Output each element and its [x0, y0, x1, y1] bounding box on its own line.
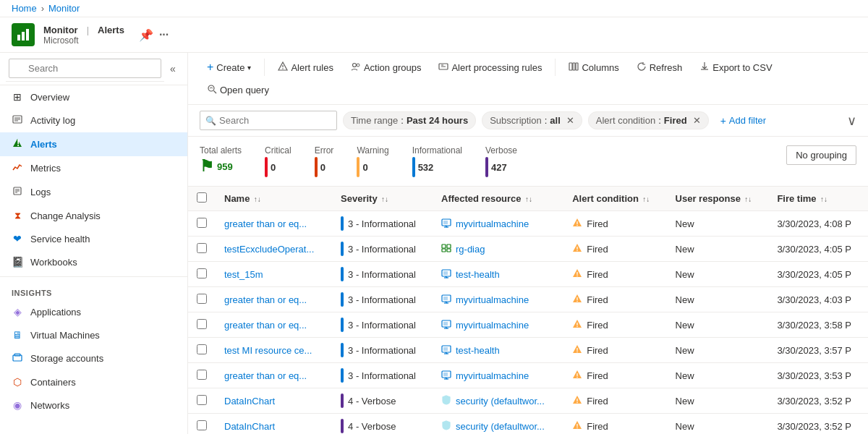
sidebar-item-overview[interactable]: ⊞ Overview	[0, 85, 187, 109]
user-response-sort-icon: ↑↓	[744, 195, 752, 203]
columns-button[interactable]: Columns	[561, 58, 626, 77]
alert-rules-button[interactable]: Alert rules	[271, 58, 341, 77]
alerts-icon: !	[12, 138, 23, 150]
sidebar-item-storage-accounts[interactable]: Storage accounts	[0, 346, 187, 370]
select-all-checkbox[interactable]	[197, 192, 207, 203]
sidebar-item-workbooks[interactable]: 📓 Workbooks	[0, 250, 187, 273]
col-affected-resource[interactable]: Affected resource ↑↓	[433, 187, 563, 211]
svg-rect-32	[442, 244, 446, 248]
sidebar-item-alerts[interactable]: ! Alerts	[0, 132, 187, 156]
pin-icon[interactable]: 📌	[139, 28, 153, 42]
fire-time-sort-icon: ↑↓	[820, 195, 827, 203]
row-fire-time: 3/30/2023, 4:05 P	[768, 262, 868, 287]
row-alert-condition: Fired	[563, 312, 666, 338]
filter-search-wrap: 🔍	[200, 111, 337, 130]
more-icon[interactable]: ···	[159, 28, 169, 41]
svg-point-37	[576, 250, 578, 251]
col-alert-condition[interactable]: Alert condition ↑↓	[563, 187, 666, 211]
alert-condition-chip-close[interactable]: ✕	[693, 115, 701, 126]
svg-line-25	[214, 91, 217, 94]
no-grouping-button[interactable]: No grouping	[786, 145, 856, 165]
svg-point-69	[576, 401, 578, 403]
sidebar-item-logs[interactable]: Logs	[0, 180, 187, 204]
row-checkbox[interactable]	[197, 294, 207, 304]
sidebar-item-change-analysis[interactable]: ⧗ Change Analysis	[0, 204, 187, 227]
alert-fired-icon	[572, 268, 582, 281]
name-link[interactable]: test MI resource ce...	[224, 345, 323, 356]
row-checkbox[interactable]	[197, 344, 207, 354]
columns-icon	[569, 61, 579, 74]
critical-bar	[265, 157, 268, 177]
row-checkbox[interactable]	[197, 370, 207, 380]
name-link[interactable]: testEcxcludeOperat...	[224, 244, 323, 255]
name-link[interactable]: DataInChart	[224, 396, 323, 407]
resource-link[interactable]: myvirtualmachine	[441, 294, 555, 306]
resource-link[interactable]: myvirtualmachine	[441, 218, 555, 230]
alert-condition-chip: Alert condition : Fired ✕	[588, 111, 709, 129]
col-name[interactable]: Name ↑↓	[216, 187, 332, 211]
subscription-chip-close[interactable]: ✕	[566, 115, 574, 126]
name-link[interactable]: test_15m	[224, 269, 323, 280]
change-analysis-icon: ⧗	[12, 210, 23, 221]
resource-link[interactable]: security (defaultwor...	[441, 420, 555, 433]
filter-search-input[interactable]	[200, 111, 337, 130]
row-checkbox[interactable]	[197, 218, 207, 228]
row-resource: test-health	[433, 262, 563, 287]
row-fire-time: 3/30/2023, 3:58 P	[768, 312, 868, 338]
sidebar-item-activity-log[interactable]: Activity log	[0, 109, 187, 132]
sidebar-item-metrics[interactable]: Metrics	[0, 156, 187, 180]
sidebar-item-service-health[interactable]: ❤ Service health	[0, 227, 187, 250]
row-severity: 4 - Verbose	[332, 388, 433, 414]
alert-processing-rules-button[interactable]: Alert processing rules	[431, 58, 549, 77]
svg-rect-45	[443, 297, 448, 300]
row-checkbox[interactable]	[197, 319, 207, 329]
row-checkbox[interactable]	[197, 395, 207, 405]
sidebar-search-input[interactable]	[9, 59, 161, 78]
open-query-button[interactable]: Open query	[200, 80, 276, 100]
row-checkbox-cell	[188, 237, 216, 262]
sidebar-item-networks[interactable]: ◉ Networks	[0, 393, 187, 417]
resource-link[interactable]: test-health	[441, 344, 555, 357]
add-filter-button[interactable]: + Add filter	[715, 112, 773, 129]
summary-total: Total alerts ⚑ 959	[200, 145, 242, 176]
logs-icon	[12, 186, 23, 198]
col-severity[interactable]: Severity ↑↓	[332, 187, 433, 211]
name-link[interactable]: greater than or eq...	[224, 370, 323, 381]
col-fire-time[interactable]: Fire time ↑↓	[768, 187, 868, 211]
breadcrumb-monitor[interactable]: Monitor	[48, 3, 80, 14]
breadcrumb: Home › Monitor	[0, 0, 868, 17]
resource-link[interactable]: test-health	[441, 268, 555, 281]
name-link[interactable]: DataInChart	[224, 421, 323, 432]
row-checkbox[interactable]	[197, 420, 207, 430]
sidebar-item-virtual-machines[interactable]: 🖥 Virtual Machines	[0, 323, 187, 346]
sidebar-item-containers[interactable]: ⬡ Containers	[0, 370, 187, 393]
name-link[interactable]: greater than or eq...	[224, 218, 323, 229]
row-checkbox[interactable]	[197, 268, 207, 278]
breadcrumb-home[interactable]: Home	[12, 3, 37, 14]
table-row: test_15m 3 - Informational test-health F…	[188, 262, 868, 287]
filter-more-btn[interactable]: ∨	[847, 113, 856, 129]
svg-rect-57	[443, 347, 448, 351]
action-groups-button[interactable]: Action groups	[344, 58, 429, 77]
sidebar-collapse-btn[interactable]: «	[164, 60, 182, 77]
refresh-button[interactable]: Refresh	[629, 58, 690, 77]
row-user-response: New	[667, 262, 769, 287]
name-link[interactable]: greater than or eq...	[224, 294, 323, 305]
warning-bar	[357, 157, 359, 177]
create-button[interactable]: + Create ▾	[200, 57, 258, 77]
name-link[interactable]: greater than or eq...	[224, 320, 323, 331]
export-csv-button[interactable]: Export to CSV	[692, 58, 779, 77]
row-checkbox[interactable]	[197, 243, 207, 253]
row-fire-time: 3/30/2023, 4:03 P	[768, 287, 868, 312]
row-alert-condition: Fired	[563, 414, 666, 435]
row-alert-condition: Fired	[563, 237, 666, 262]
resource-link[interactable]: myvirtualmachine	[441, 319, 555, 331]
resource-link[interactable]: myvirtualmachine	[441, 370, 555, 382]
sidebar-item-applications[interactable]: ◈ Applications	[0, 300, 187, 323]
resource-link[interactable]: rg-diag	[441, 243, 555, 255]
resource-type-icon	[441, 344, 451, 357]
table-row: greater than or eq... 3 - Informational …	[188, 287, 868, 312]
resource-link[interactable]: security (defaultwor...	[441, 395, 555, 407]
col-user-response[interactable]: User response ↑↓	[667, 187, 769, 211]
svg-rect-22	[573, 63, 575, 70]
